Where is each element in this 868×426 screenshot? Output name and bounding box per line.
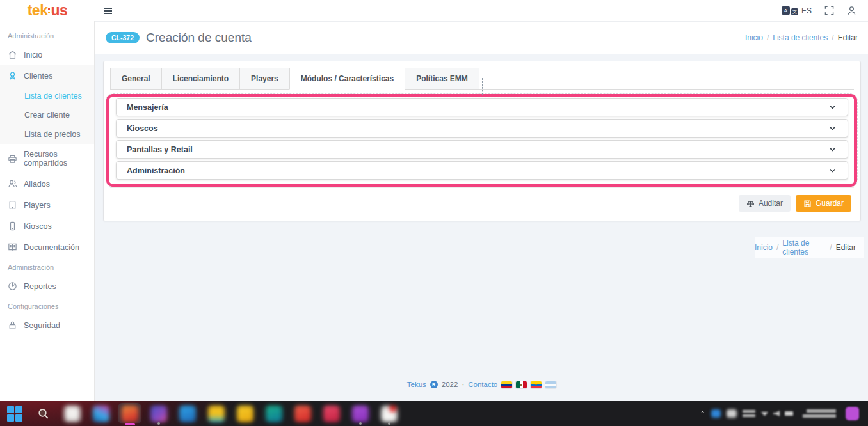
app-footer: Tekus R 2022 · Contacto: [95, 381, 868, 388]
footer-year: 2022: [442, 381, 458, 388]
input-language-indicator[interactable]: [743, 410, 755, 417]
sidebar-subitem-crear-cliente[interactable]: Crear cliente: [0, 106, 94, 125]
taskbar-app-6[interactable]: [202, 401, 230, 426]
active-app-indicator: [125, 423, 135, 425]
mexico-flag-icon[interactable]: [516, 381, 527, 388]
taskbar-app-10[interactable]: [317, 401, 346, 426]
battery-icon: [785, 411, 793, 416]
search-icon: [37, 407, 50, 420]
sidebar-item-label: Seguridad: [24, 321, 60, 330]
start-button[interactable]: [0, 401, 29, 426]
sidebar-section-administracion-2: Administración: [0, 258, 94, 276]
app-icon: [93, 406, 109, 422]
tab-politicas-emm[interactable]: Políticas EMM: [405, 68, 479, 90]
sidebar-item-aliados[interactable]: Aliados: [0, 173, 94, 194]
clock-date-display[interactable]: [803, 409, 836, 418]
save-button-label: Guardar: [816, 199, 844, 208]
logo-text-primary: tek: [28, 3, 48, 18]
sidebar-item-kioscos[interactable]: Kioscos: [0, 216, 94, 237]
page-title: Creación de cuenta: [146, 31, 252, 45]
audit-button-label: Auditar: [759, 199, 783, 208]
translate-icon-secondary: 文: [791, 8, 798, 15]
sidebar-item-label: Recursos compartidos: [24, 150, 86, 168]
sidebar-item-label: Reportes: [24, 282, 56, 291]
tray-app-icon[interactable]: [727, 409, 737, 418]
running-app-dot: [359, 422, 362, 425]
accordion-administracion[interactable]: Administración: [116, 161, 848, 180]
chevron-down-icon: [828, 102, 837, 112]
taskbar-app-11[interactable]: [346, 401, 374, 426]
printer-icon: [8, 154, 17, 164]
home-icon: [8, 50, 17, 59]
sidebar-subitem-lista-de-precios[interactable]: Lista de precios: [0, 125, 94, 144]
accordion-kioscos[interactable]: Kioscos: [116, 119, 848, 138]
smartphone-icon: [8, 221, 17, 231]
sidebar-item-label: Inicio: [24, 51, 42, 59]
lock-icon: [8, 320, 17, 330]
breadcrumb-separator: /: [767, 33, 769, 42]
app-icon: [179, 406, 196, 422]
sidebar-item-label: Clientes: [24, 72, 52, 81]
colombia-flag-icon[interactable]: [501, 381, 512, 388]
footer-brand-link[interactable]: Tekus: [407, 381, 426, 388]
fullscreen-icon[interactable]: [824, 6, 834, 15]
hamburger-menu-icon[interactable]: [101, 5, 115, 17]
partners-icon: [8, 179, 17, 189]
content-header: CL-372 Creación de cuenta Inicio / Lista…: [95, 21, 868, 54]
account-form-card: General Licenciamiento Players Módulos /…: [103, 61, 861, 221]
tab-general[interactable]: General: [110, 68, 162, 90]
tab-licenciamiento[interactable]: Licenciamiento: [161, 68, 240, 90]
audit-button[interactable]: Auditar: [739, 195, 791, 212]
sidebar-item-players[interactable]: Players: [0, 194, 94, 216]
argentina-flag-icon[interactable]: [545, 381, 556, 388]
breadcrumb-link-lista-de-clientes[interactable]: Lista de clientes: [782, 239, 826, 256]
sidebar-item-inicio[interactable]: Inicio: [0, 44, 94, 65]
taskbar-apps: [0, 401, 403, 426]
user-icon[interactable]: [847, 6, 856, 15]
accordion-mensajeria[interactable]: Mensajería: [116, 98, 848, 116]
sidebar-item-seguridad[interactable]: Seguridad: [0, 315, 94, 336]
save-button[interactable]: Guardar: [796, 195, 851, 212]
taskbar-app-9[interactable]: [288, 401, 317, 426]
breadcrumb-link-inicio[interactable]: Inicio: [755, 243, 773, 252]
language-switcher[interactable]: A 文 ES: [782, 6, 812, 15]
tablet-icon: [8, 200, 17, 210]
award-icon: [8, 71, 17, 81]
logo[interactable]: tekus: [0, 3, 95, 18]
taskbar-app-2[interactable]: [86, 401, 115, 426]
taskbar-app-12[interactable]: [374, 401, 403, 426]
taskbar-app-3-active[interactable]: [115, 401, 144, 426]
taskbar-app-4[interactable]: [144, 401, 173, 426]
accordion-pantallas-y-retail[interactable]: Pantallas y Retail: [116, 140, 848, 159]
accordion-label: Kioscos: [127, 124, 158, 133]
tray-expand-caret-icon[interactable]: ⌃: [700, 410, 705, 417]
breadcrumb-link-lista-de-clientes[interactable]: Lista de clientes: [773, 33, 828, 42]
taskbar-app-1[interactable]: [58, 401, 86, 426]
sidebar-item-reportes[interactable]: Reportes: [0, 276, 94, 297]
tray-status-icons[interactable]: [761, 411, 793, 416]
footer-contact-link[interactable]: Contacto: [468, 381, 497, 388]
notification-center-button[interactable]: [846, 407, 859, 420]
taskbar-app-5[interactable]: [173, 401, 202, 426]
sidebar-item-recursos-compartidos[interactable]: Recursos compartidos: [0, 144, 94, 173]
taskbar-app-8[interactable]: [259, 401, 288, 426]
sidebar-item-documentacion[interactable]: Documentación: [0, 237, 94, 258]
app-icon: [122, 406, 138, 422]
chevron-down-icon: [828, 145, 837, 154]
navbar-actions: A 文 ES: [782, 6, 856, 15]
tab-players[interactable]: Players: [239, 68, 290, 90]
sidebar-item-label: Kioscos: [24, 222, 52, 231]
book-icon: [8, 242, 17, 252]
top-navbar: tekus A 文 ES: [0, 0, 868, 21]
taskbar-app-7[interactable]: [230, 401, 259, 426]
sidebar-item-clientes[interactable]: Clientes: [0, 65, 94, 86]
sidebar-subitem-lista-de-clientes[interactable]: Lista de clientes: [0, 86, 94, 106]
tray-cloud-icon[interactable]: [711, 409, 721, 418]
save-floppy-icon: [803, 200, 812, 208]
footer-dot: ·: [462, 381, 464, 388]
ecuador-flag-icon[interactable]: [531, 381, 542, 388]
logo-text-secondary: us: [51, 3, 67, 18]
tab-modulos-caracteristicas[interactable]: Módulos / Características: [289, 68, 405, 90]
search-button[interactable]: [29, 401, 58, 426]
breadcrumb-link-inicio[interactable]: Inicio: [745, 33, 763, 42]
